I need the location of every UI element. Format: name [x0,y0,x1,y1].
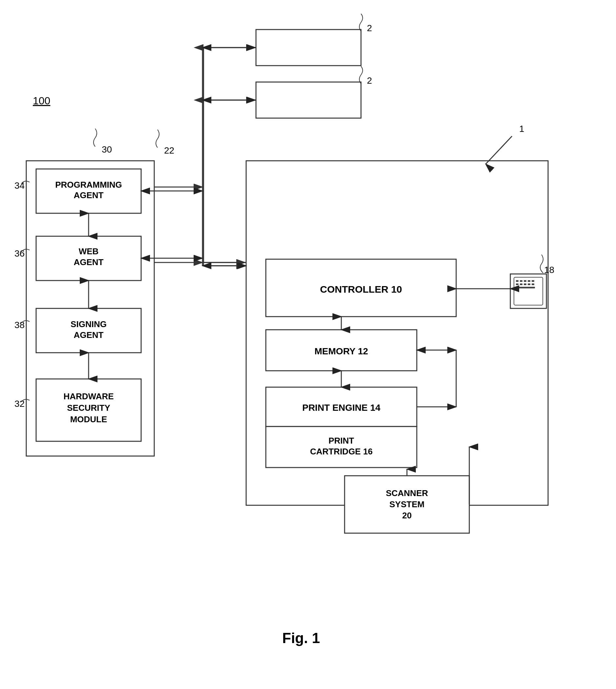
diagram: 2 2 100 22 1 30 PROGRAMMINGAGENT 34 WEBA… [0,0,616,689]
arrows-svg [0,0,616,689]
